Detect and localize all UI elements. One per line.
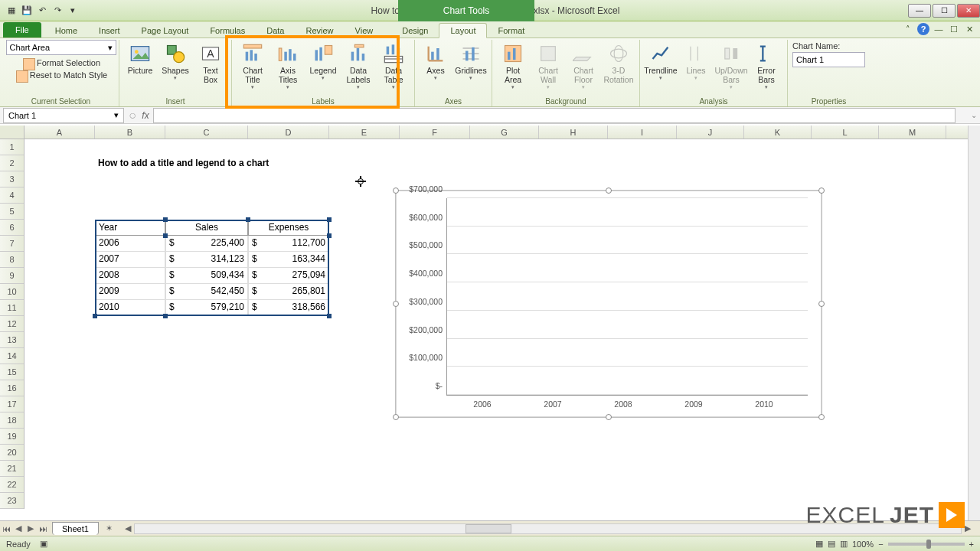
new-sheet-icon[interactable]: ✶ (103, 523, 116, 533)
undo-icon[interactable]: ↶ (35, 4, 49, 18)
row-header[interactable]: 4 (0, 187, 24, 204)
row-header[interactable]: 8 (0, 252, 24, 268)
text-box-button[interactable]: AText Box (194, 41, 227, 86)
row-header[interactable]: 2 (0, 155, 24, 171)
column-header[interactable]: B (95, 126, 165, 139)
column-header[interactable]: D (248, 126, 329, 139)
tab-data[interactable]: Data (256, 24, 295, 37)
chart-wall-button[interactable]: Chart Wall▾ (532, 41, 564, 92)
row-header[interactable]: 1 (0, 139, 24, 155)
workbook-minimize-icon[interactable]: — (933, 23, 945, 35)
zoom-slider[interactable] (888, 543, 965, 546)
expand-formula-bar-icon[interactable]: ⌄ (968, 111, 980, 119)
tab-formulas[interactable]: Formulas (199, 24, 256, 37)
view-layout-icon[interactable]: ▤ (828, 539, 835, 549)
row-header[interactable]: 16 (0, 380, 24, 396)
error-bars-button[interactable]: Error Bars▾ (750, 41, 782, 92)
minimize-button[interactable]: — (908, 4, 931, 18)
excel-icon[interactable]: ▦ (5, 4, 18, 18)
tab-design[interactable]: Design (391, 24, 439, 37)
help-icon[interactable]: ? (917, 23, 929, 35)
minimize-ribbon-icon[interactable]: ˄ (902, 23, 914, 35)
sheet-tab[interactable]: Sheet1 (52, 522, 99, 535)
maximize-button[interactable]: ☐ (933, 4, 956, 18)
shapes-button[interactable]: Shapes▾ (159, 41, 191, 83)
formula-bar[interactable] (153, 108, 956, 123)
redo-icon[interactable]: ↷ (51, 4, 64, 18)
workbook-close-icon[interactable]: ✕ (963, 23, 975, 35)
next-sheet-icon[interactable]: ▶ (24, 523, 37, 533)
column-header[interactable]: A (24, 126, 95, 139)
column-header[interactable]: J (677, 126, 744, 139)
picture-button[interactable]: Picture (124, 41, 156, 77)
row-header[interactable]: 23 (0, 493, 24, 509)
column-header[interactable]: C (165, 126, 248, 139)
trendline-button[interactable]: Trendline▾ (645, 41, 677, 83)
embedded-chart[interactable]: $-$100,000$200,000$300,000$400,000$500,0… (395, 190, 822, 418)
data-table-button[interactable]: Data Table▾ (377, 41, 410, 92)
select-all-corner[interactable] (0, 126, 24, 139)
zoom-level[interactable]: 100% (852, 540, 874, 549)
tab-insert[interactable]: Insert (88, 24, 131, 37)
first-sheet-icon[interactable]: ⏮ (0, 524, 12, 533)
column-header[interactable]: F (400, 126, 470, 139)
gridlines-button[interactable]: Gridlines▾ (455, 41, 487, 83)
last-sheet-icon[interactable]: ⏭ (37, 524, 49, 533)
row-header[interactable]: 12 (0, 316, 24, 332)
zoom-in-icon[interactable]: + (969, 540, 974, 549)
tab-layout[interactable]: Layout (439, 23, 487, 38)
zoom-out-icon[interactable]: − (878, 540, 883, 549)
plot-area-button[interactable]: Plot Area▾ (497, 41, 529, 92)
column-headers[interactable]: ABCDEFGHIJKLM (24, 126, 968, 139)
row-header[interactable]: 14 (0, 348, 24, 364)
row-header[interactable]: 10 (0, 284, 24, 300)
column-header[interactable]: I (608, 126, 677, 139)
tab-home[interactable]: Home (44, 24, 88, 37)
vertical-scrollbar[interactable] (968, 126, 980, 520)
row-header[interactable]: 11 (0, 300, 24, 316)
axis-titles-button[interactable]: Axis Titles▾ (272, 41, 304, 92)
reset-to-match-style-button[interactable]: Reset to Match Style (15, 69, 108, 81)
lines-button[interactable]: Lines▾ (680, 41, 712, 83)
chart-element-selector[interactable]: Chart Area▾ (6, 40, 116, 55)
tab-file[interactable]: File (3, 22, 41, 37)
close-button[interactable]: ✕ (957, 4, 980, 18)
cells[interactable]: How to add a title and legend to a chart… (24, 139, 968, 520)
macro-record-icon[interactable]: ▣ (40, 539, 47, 549)
tab-page-layout[interactable]: Page Layout (131, 24, 200, 37)
row-header[interactable]: 6 (0, 220, 24, 236)
workbook-restore-icon[interactable]: ☐ (948, 23, 960, 35)
legend-button[interactable]: Legend▾ (307, 41, 339, 83)
row-header[interactable]: 17 (0, 396, 24, 412)
chart-floor-button[interactable]: Chart Floor▾ (567, 41, 599, 92)
qat-dropdown-icon[interactable]: ▾ (66, 4, 80, 18)
row-header[interactable]: 5 (0, 204, 24, 220)
axes-button[interactable]: Axes▾ (420, 41, 452, 83)
format-selection-button[interactable]: Format Selection (21, 57, 100, 69)
row-header[interactable]: 22 (0, 477, 24, 493)
row-header[interactable]: 9 (0, 268, 24, 284)
view-normal-icon[interactable]: ▦ (815, 539, 823, 549)
tab-review[interactable]: Review (295, 24, 344, 37)
row-header[interactable]: 18 (0, 412, 24, 429)
row-header[interactable]: 3 (0, 171, 24, 187)
data-labels-button[interactable]: Data Labels▾ (342, 41, 374, 92)
tab-view[interactable]: View (345, 24, 384, 37)
name-box[interactable]: Chart 1▾ (3, 108, 124, 123)
chart-name-input[interactable]: Chart 1 (792, 52, 865, 67)
worksheet-grid[interactable]: ABCDEFGHIJKLM 12345678910111213141516171… (0, 126, 980, 520)
chart-title-button[interactable]: Chart Title▾ (237, 41, 269, 92)
save-icon[interactable]: 💾 (20, 4, 34, 18)
row-headers[interactable]: 1234567891011121314151617181920212223 (0, 139, 24, 509)
view-pagebreak-icon[interactable]: ▥ (840, 539, 848, 549)
row-header[interactable]: 13 (0, 332, 24, 348)
column-header[interactable]: L (812, 126, 879, 139)
row-header[interactable]: 19 (0, 429, 24, 445)
row-header[interactable]: 20 (0, 445, 24, 461)
column-header[interactable]: E (329, 126, 400, 139)
updown-bars-button[interactable]: Up/Down Bars▾ (715, 41, 747, 92)
column-header[interactable]: K (744, 126, 812, 139)
tab-format[interactable]: Format (487, 24, 535, 37)
column-header[interactable]: M (879, 126, 946, 139)
row-header[interactable]: 7 (0, 236, 24, 252)
